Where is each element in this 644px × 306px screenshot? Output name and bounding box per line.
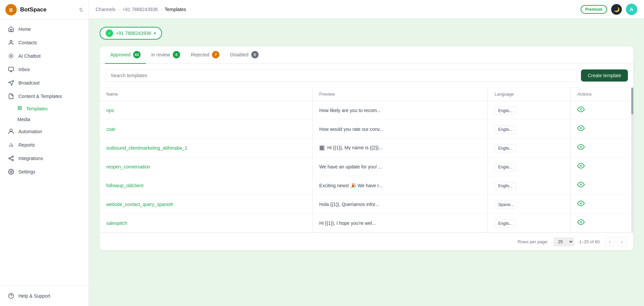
svg-point-28: [581, 184, 582, 185]
sidebar-item-integrations[interactable]: Integrations: [0, 152, 89, 165]
search-input[interactable]: [105, 69, 577, 82]
breadcrumb: Channels › +91 7888243936 › Templates: [96, 7, 186, 12]
settings-icon: [8, 168, 14, 175]
sidebar-label-templates: Templates: [26, 106, 48, 111]
view-template-button[interactable]: [577, 202, 585, 208]
template-name-link[interactable]: website_contact_query_spanish: [106, 202, 173, 207]
table-row: reopen_conversation We have an update fo…: [100, 157, 633, 176]
sidebar-item-reports[interactable]: Reports: [0, 138, 89, 152]
channel-selector[interactable]: ✓ +91 7888243936 ▾: [100, 27, 162, 40]
tab-disabled-label: Disabled: [230, 52, 248, 57]
ai-chatbot-icon: [8, 53, 14, 59]
sidebar-item-settings[interactable]: Settings: [0, 165, 89, 178]
svg-rect-4: [18, 106, 19, 108]
svg-line-15: [10, 157, 12, 158]
tab-disabled-badge: 0: [251, 51, 259, 58]
tab-rejected[interactable]: Rejected 7: [185, 46, 225, 64]
table-row: outbound_clientmarketing_abhinaba_1 🖼 Hi…: [100, 139, 633, 157]
home-icon: [8, 26, 14, 33]
sidebar-item-media[interactable]: Media: [0, 114, 89, 125]
breadcrumb-channels[interactable]: Channels: [96, 7, 115, 12]
template-name-link[interactable]: csat: [106, 126, 115, 132]
template-name-link[interactable]: salespitch: [106, 220, 127, 226]
next-page-button[interactable]: ›: [617, 237, 627, 246]
sidebar-label-home: Home: [18, 27, 31, 32]
tab-disabled[interactable]: Disabled 0: [225, 46, 264, 64]
table-row: csat How would you rate our conv... Engl…: [100, 120, 633, 139]
svg-point-16: [10, 171, 12, 173]
tab-rejected-badge: 7: [212, 51, 219, 58]
sidebar-label-broadcast: Broadcast: [18, 80, 40, 86]
view-template-button[interactable]: [577, 145, 585, 152]
sidebar-header: B BotSpace ⇅: [0, 0, 89, 20]
template-name-link[interactable]: nps: [106, 108, 114, 113]
templates-sub-icon: [17, 106, 22, 111]
breadcrumb-sep-2: ›: [160, 7, 162, 12]
broadcast-icon: [8, 80, 14, 86]
breadcrumb-phone[interactable]: +91 7888243936: [122, 7, 158, 12]
sidebar-label-automation: Automation: [18, 129, 42, 134]
sidebar-label-reports: Reports: [18, 142, 35, 148]
templates-table-wrapper: Name Preview Language Actions nps How li…: [100, 88, 633, 233]
svg-rect-6: [18, 108, 19, 110]
sidebar-item-broadcast[interactable]: Broadcast: [0, 76, 89, 90]
sidebar-item-help[interactable]: Help & Support: [7, 290, 82, 302]
channel-phone: +91 7888243936: [116, 31, 151, 36]
templates-card: Approved 60 In review 0 Rejected 7 Disab…: [100, 46, 633, 250]
view-template-button[interactable]: [577, 183, 585, 190]
template-name-link[interactable]: reopen_conversation: [106, 164, 150, 169]
sidebar-label-content-templates: Content & Templates: [18, 94, 62, 99]
scrollbar-track[interactable]: [631, 88, 633, 233]
language-badge: Englis...: [494, 107, 516, 115]
sidebar-collapse-icon[interactable]: ⇅: [79, 7, 83, 13]
view-template-button[interactable]: [577, 220, 585, 227]
dark-mode-button[interactable]: 🌙: [611, 4, 622, 15]
col-name: Name: [100, 88, 312, 101]
svg-point-11: [12, 156, 13, 158]
col-actions: Actions: [571, 88, 633, 101]
reports-icon: [8, 142, 14, 148]
table-row: followup_oldclient Exciting news! 🎉 We h…: [100, 176, 633, 195]
rows-per-page-select[interactable]: 25 50 100: [554, 237, 574, 246]
sidebar-item-home[interactable]: Home: [0, 22, 89, 36]
search-bar: Create template: [100, 64, 633, 88]
scrollbar-thumb[interactable]: [631, 88, 633, 114]
sidebar-label-help: Help & Support: [18, 293, 50, 299]
sidebar-label-ai-chatbot: AI Chatbot: [18, 53, 41, 59]
help-icon: [8, 293, 14, 299]
prev-page-button[interactable]: ‹: [605, 237, 614, 246]
sidebar-item-content-templates[interactable]: Content & Templates: [0, 90, 89, 103]
sidebar-item-inbox[interactable]: Inbox: [0, 63, 89, 76]
view-template-button[interactable]: [577, 108, 585, 114]
sidebar-item-ai-chatbot[interactable]: AI Chatbot: [0, 49, 89, 63]
template-preview: How likely are you to recom...: [319, 108, 381, 113]
breadcrumb-sep-1: ›: [118, 7, 120, 12]
sidebar-item-templates[interactable]: Templates: [0, 103, 89, 114]
sidebar-item-contacts[interactable]: Contacts: [0, 36, 89, 49]
topbar-right: Premium 🌙 A: [581, 4, 637, 15]
user-avatar[interactable]: A: [626, 4, 637, 15]
template-name-link[interactable]: followup_oldclient: [106, 183, 144, 188]
premium-badge[interactable]: Premium: [581, 5, 607, 14]
template-preview: Exciting news! 🎉 We have r...: [319, 183, 383, 188]
create-template-button[interactable]: Create template: [581, 69, 628, 82]
template-name-link[interactable]: outbound_clientmarketing_abhinaba_1: [106, 145, 187, 151]
sidebar: B BotSpace ⇅ Home Contacts AI Chatbot: [0, 0, 89, 306]
pagination-range: 1–25 of 60: [579, 239, 600, 244]
svg-point-12: [9, 158, 10, 159]
tab-approved[interactable]: Approved 60: [105, 46, 146, 64]
language-badge: Englis...: [494, 144, 516, 152]
rows-per-page-label: Rows per page:: [518, 239, 548, 244]
svg-point-22: [581, 128, 582, 129]
sidebar-item-automation[interactable]: Automation: [0, 125, 89, 138]
view-template-button[interactable]: [577, 126, 585, 133]
svg-point-1: [10, 55, 12, 57]
table-row: website_contact_query_spanish Hola {{1}}…: [100, 195, 633, 214]
tab-in-review[interactable]: In review 0: [146, 46, 185, 64]
view-template-button[interactable]: [577, 164, 585, 171]
svg-rect-5: [20, 106, 21, 108]
svg-point-32: [581, 222, 582, 223]
template-preview: Hola {{1}}, Queríamos infor...: [319, 202, 379, 207]
content-icon: [8, 93, 14, 100]
svg-point-24: [581, 147, 582, 148]
